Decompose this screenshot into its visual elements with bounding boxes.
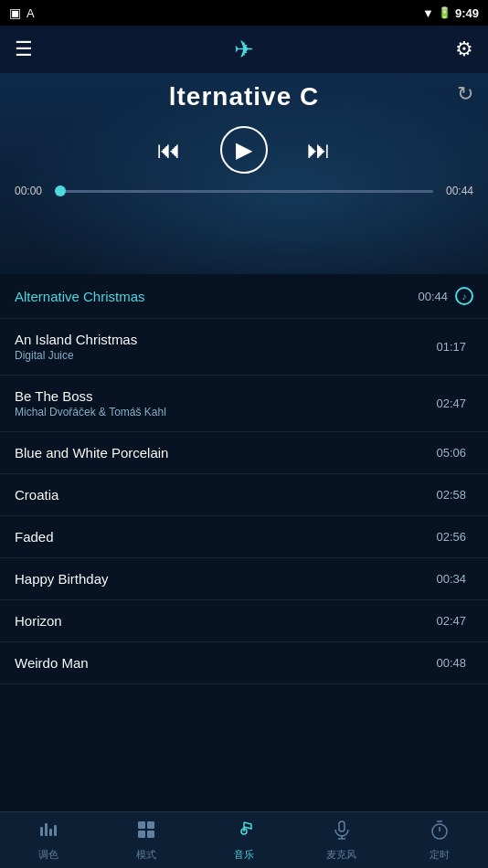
- nav-item-mic[interactable]: 麦克风: [292, 820, 390, 862]
- song-artist: Michal Dvořáček & Tomáš Kahl: [15, 406, 436, 418]
- song-duration: 02:47: [436, 614, 466, 628]
- music-nav-label: 音乐: [234, 848, 254, 862]
- repeat-button[interactable]: ↻: [457, 82, 473, 106]
- song-item[interactable]: Happy Birthday00:34: [0, 558, 488, 600]
- signal-icon: A: [27, 6, 35, 20]
- song-info: An Island ChristmasDigital Juice: [15, 332, 436, 362]
- status-right: ▼ 🔋 9:49: [422, 6, 479, 20]
- bottom-nav: 调色模式音乐麦克风定时: [0, 811, 488, 868]
- svg-rect-6: [138, 831, 145, 838]
- svg-rect-8: [339, 821, 345, 831]
- equalizer-nav-label: 调色: [38, 848, 58, 862]
- song-info: Blue and White Porcelain: [15, 445, 436, 460]
- svg-rect-0: [40, 827, 43, 836]
- song-item[interactable]: Be The BossMichal Dvořáček & Tomáš Kahl0…: [0, 376, 488, 432]
- music-nav-icon: [234, 820, 254, 845]
- svg-rect-3: [54, 825, 57, 836]
- progress-bar[interactable]: [55, 190, 433, 193]
- mode-nav-label: 模式: [136, 848, 156, 862]
- play-pause-button[interactable]: ▶: [220, 126, 268, 174]
- svg-rect-1: [45, 823, 48, 836]
- song-item[interactable]: Faded02:56: [0, 516, 488, 558]
- nav-item-mode[interactable]: 模式: [98, 820, 196, 862]
- song-info: Be The BossMichal Dvořáček & Tomáš Kahl: [15, 388, 436, 418]
- song-title: Happy Birthday: [15, 571, 436, 587]
- playing-indicator: ♪: [455, 287, 473, 305]
- total-time: 00:44: [440, 185, 473, 197]
- status-time: 9:49: [455, 6, 479, 20]
- equalizer-nav-icon: [38, 820, 58, 845]
- song-info: Horizon: [15, 613, 436, 629]
- song-duration: 02:56: [436, 530, 466, 544]
- song-title: Croatia: [15, 487, 436, 503]
- svg-rect-7: [147, 831, 154, 838]
- svg-rect-2: [49, 829, 52, 836]
- timer-nav-label: 定时: [430, 848, 450, 862]
- song-artist: Digital Juice: [15, 349, 436, 362]
- app-logo-icon: ✈: [234, 36, 254, 64]
- song-title: Be The Boss: [15, 388, 436, 404]
- song-info: Happy Birthday: [15, 571, 436, 587]
- battery-icon: 🔋: [438, 6, 451, 19]
- song-item[interactable]: Weirdo Man00:48: [0, 642, 488, 684]
- song-info: Weirdo Man: [15, 655, 436, 671]
- svg-rect-5: [147, 821, 154, 829]
- song-duration: 00:48: [436, 656, 466, 670]
- song-duration: 02:47: [436, 397, 466, 410]
- song-info: Croatia: [15, 487, 436, 503]
- song-duration: 01:17: [436, 340, 466, 354]
- menu-button[interactable]: ☰: [15, 37, 33, 61]
- svg-rect-4: [138, 821, 145, 829]
- song-duration: 05:06: [436, 446, 466, 460]
- song-title: Weirdo Man: [15, 655, 436, 671]
- previous-button[interactable]: ⏮: [145, 126, 193, 174]
- current-time: 00:00: [15, 185, 48, 197]
- song-list: Alternative Christmas00:44♪An Island Chr…: [0, 274, 488, 811]
- main-content: ↻ lternative C ⏮ ▶ ⏭ 00:00 00:44 Alterna…: [0, 73, 488, 811]
- notification-icon: ▣: [9, 5, 21, 20]
- song-title: Alternative Christmas: [15, 289, 418, 304]
- song-title: An Island Christmas: [15, 332, 436, 347]
- song-item[interactable]: An Island ChristmasDigital Juice01:17: [0, 319, 488, 376]
- status-bar: ▣ A ▼ 🔋 9:49: [0, 0, 488, 26]
- playback-controls: ⏮ ▶ ⏭: [0, 126, 488, 174]
- song-duration: 02:58: [436, 488, 466, 502]
- song-item[interactable]: Alternative Christmas00:44♪: [0, 274, 488, 319]
- song-item[interactable]: Horizon02:47: [0, 600, 488, 642]
- mic-nav-icon: [332, 820, 352, 845]
- next-button[interactable]: ⏭: [295, 126, 343, 174]
- status-left: ▣ A: [9, 5, 35, 20]
- settings-button[interactable]: ⚙: [455, 37, 473, 61]
- song-title: Horizon: [15, 613, 436, 629]
- timer-nav-icon: [430, 820, 450, 845]
- mode-nav-icon: [136, 820, 156, 845]
- song-info: Faded: [15, 529, 436, 545]
- song-title: Blue and White Porcelain: [15, 445, 436, 460]
- song-duration: 00:44: [418, 290, 448, 303]
- top-nav: ☰ ✈ ⚙: [0, 26, 488, 73]
- nav-item-timer[interactable]: 定时: [390, 820, 488, 862]
- song-item[interactable]: Blue and White Porcelain05:06: [0, 432, 488, 474]
- song-title: Faded: [15, 529, 436, 545]
- song-duration: 00:34: [436, 572, 466, 586]
- song-info: Alternative Christmas: [15, 289, 418, 304]
- now-playing-title: lternative C: [0, 82, 488, 111]
- wifi-icon: ▼: [422, 6, 434, 20]
- progress-dot: [55, 185, 66, 196]
- nav-item-equalizer[interactable]: 调色: [0, 820, 98, 862]
- mic-nav-label: 麦克风: [326, 848, 356, 862]
- progress-area: 00:00 00:44: [0, 185, 488, 197]
- nav-item-music[interactable]: 音乐: [196, 820, 293, 862]
- song-item[interactable]: Croatia02:58: [0, 474, 488, 516]
- player-area: ↻ lternative C ⏮ ▶ ⏭ 00:00 00:44: [0, 73, 488, 274]
